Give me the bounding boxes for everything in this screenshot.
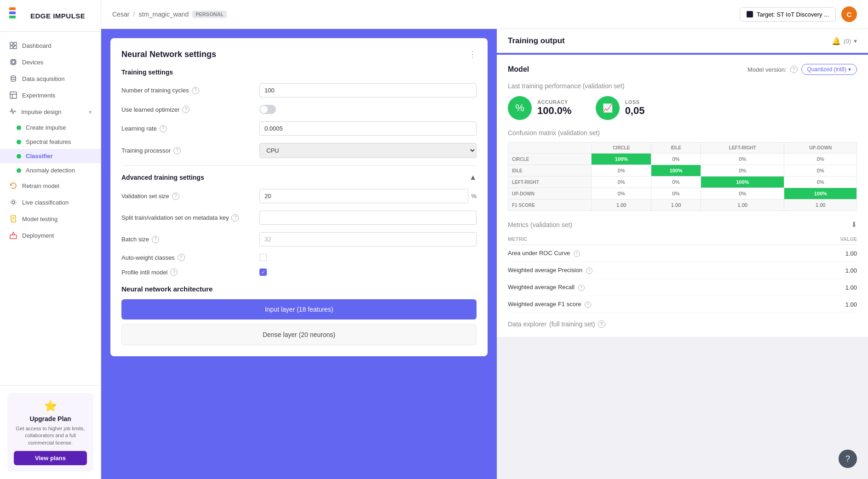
sidebar-item-label: Live classification <box>22 199 69 206</box>
panel-title: Neural Network settings <box>121 50 216 59</box>
batch-size-input[interactable] <box>259 232 477 246</box>
sidebar-item-deployment[interactable]: Deployment <box>0 227 101 244</box>
help-icon[interactable]: ? <box>178 254 185 261</box>
table-row: F1 SCORE 1.00 1.00 1.00 1.00 <box>508 200 857 211</box>
sidebar-item-retrain-model[interactable]: Retrain model <box>0 177 101 194</box>
svg-rect-1 <box>9 11 16 14</box>
sidebar-item-impulse-design[interactable]: Impulse design ▾ <box>0 103 101 120</box>
sidebar-item-experiments[interactable]: Experiments <box>0 87 101 103</box>
sidebar-item-model-testing[interactable]: Model testing <box>0 211 101 227</box>
advanced-settings-header[interactable]: Advanced training settings ▲ <box>121 173 477 182</box>
upgrade-icon: ⭐ <box>14 399 87 412</box>
svg-rect-5 <box>10 46 13 49</box>
view-plans-button[interactable]: View plans <box>14 451 87 465</box>
status-dot <box>17 125 21 130</box>
help-icon[interactable]: ? <box>586 268 592 274</box>
confusion-cell: 100% <box>651 165 701 177</box>
breadcrumb-separator: / <box>133 11 135 18</box>
loss-label: LOSS <box>625 99 645 105</box>
confusion-cell: 0% <box>784 154 857 165</box>
f1-score-cell: 1.00 <box>592 200 651 211</box>
sidebar-item-anomaly-detection[interactable]: Anomaly detection <box>0 163 101 177</box>
sidebar-item-label: Impulse design <box>21 108 61 115</box>
validation-set-size-input[interactable] <box>259 189 468 203</box>
help-icon[interactable]: ? <box>231 214 239 222</box>
table-icon <box>9 91 17 99</box>
sidebar-item-classifier[interactable]: Classifier <box>0 149 101 163</box>
logo-text: EDGE IMPULSE <box>30 12 85 20</box>
help-icon[interactable]: ? <box>172 193 179 200</box>
split-train-row: Split train/validation set on metadata k… <box>121 211 477 225</box>
metric-value: 1.00 <box>799 279 857 296</box>
activity-icon <box>9 108 17 116</box>
value-col-header: VALUE <box>799 234 857 245</box>
auto-weight-row: Auto-weight classes ? <box>121 254 477 261</box>
chevron-down-icon[interactable]: ▾ <box>854 37 857 45</box>
sidebar-item-data-acquisition[interactable]: Data acquisition <box>0 70 101 87</box>
accuracy-icon: % <box>508 96 532 120</box>
sidebar-item-label: Spectral features <box>26 138 71 145</box>
model-version-select[interactable]: Quantized (int8) ▾ <box>801 64 857 75</box>
split-train-label: Split train/validation set on metadata k… <box>121 214 259 222</box>
input-layer-button[interactable]: Input layer (18 features) <box>121 299 477 319</box>
dense-layer-button[interactable]: Dense layer (20 neurons) <box>121 324 477 345</box>
confusion-cell: 0% <box>784 177 857 188</box>
confusion-cell: 0% <box>651 177 701 188</box>
table-row: CIRCLE 100% 0% 0% 0% <box>508 154 857 165</box>
learning-rate-label: Learning rate ? <box>121 125 259 132</box>
help-icon[interactable]: ? <box>160 125 167 132</box>
cpu-icon <box>9 58 17 66</box>
training-cycles-input[interactable] <box>259 83 477 97</box>
model-version-help[interactable]: ? <box>790 66 798 73</box>
learning-rate-input[interactable] <box>259 121 477 136</box>
download-icon[interactable]: ⬇ <box>851 220 857 229</box>
help-icon[interactable]: ? <box>182 106 190 113</box>
learned-optimizer-toggle[interactable] <box>259 105 276 114</box>
svg-rect-4 <box>14 42 17 45</box>
data-explorer-title: Data explorer (full training set) ? <box>508 320 857 328</box>
svg-rect-8 <box>12 61 15 63</box>
model-title: Model <box>508 65 529 74</box>
chevron-up-icon: ▲ <box>469 173 477 182</box>
sidebar-item-spectral-features[interactable]: Spectral features <box>0 135 101 149</box>
help-icon[interactable]: ? <box>578 285 585 291</box>
bell-icon: 🔔 <box>832 37 841 46</box>
help-icon[interactable]: ? <box>574 251 580 257</box>
auto-weight-checkbox[interactable] <box>259 254 267 261</box>
percent-sign: % <box>471 193 477 200</box>
sidebar-item-label: Create impulse <box>26 124 66 131</box>
sidebar-item-label: Deployment <box>22 232 54 239</box>
confusion-cell: 0% <box>701 188 784 200</box>
target-button[interactable]: Target: ST IoT Discovery ... <box>740 7 836 22</box>
confusion-cell: 0% <box>592 165 651 177</box>
status-dot <box>17 140 21 144</box>
loss-icon: 📈 <box>596 96 620 120</box>
help-icon[interactable]: ? <box>585 302 591 308</box>
help-icon[interactable]: ? <box>170 268 178 276</box>
help-button[interactable]: ? <box>839 450 857 468</box>
notification-count: (0) <box>844 38 851 45</box>
more-options-icon[interactable]: ⋮ <box>468 49 477 59</box>
data-explorer-help-icon[interactable]: ? <box>598 320 605 328</box>
sidebar-item-dashboard[interactable]: Dashboard <box>0 37 101 54</box>
help-icon[interactable]: ? <box>173 147 181 154</box>
training-processor-select[interactable]: CPU GPU <box>259 143 477 158</box>
upgrade-description: Get access to higher job limits, collabo… <box>14 425 87 446</box>
f1-score-cell: 1.00 <box>784 200 857 211</box>
validation-set-size-row: Validation set size ? % <box>121 189 477 203</box>
loss-badge: 📈 LOSS 0,05 <box>596 96 645 120</box>
help-icon[interactable]: ? <box>192 87 199 94</box>
sidebar-item-live-classification[interactable]: Live classification <box>0 194 101 211</box>
topbar-right: Target: ST IoT Discovery ... C <box>740 6 857 22</box>
validation-set-size-wrapper: % <box>259 189 477 203</box>
row-label: LEFT-RIGHT <box>508 177 592 188</box>
sidebar-item-create-impulse[interactable]: Create impulse <box>0 120 101 135</box>
confusion-cell: 0% <box>592 188 651 200</box>
sidebar-item-devices[interactable]: Devices <box>0 54 101 70</box>
profile-int8-checkbox[interactable]: ✓ <box>259 268 267 276</box>
performance-title: Last training performance (validation se… <box>508 82 857 90</box>
training-settings-title: Training settings <box>121 68 477 76</box>
split-train-input[interactable] <box>259 211 477 225</box>
help-icon[interactable]: ? <box>152 236 159 243</box>
metric-label: Area under ROC Curve ? <box>508 245 799 262</box>
